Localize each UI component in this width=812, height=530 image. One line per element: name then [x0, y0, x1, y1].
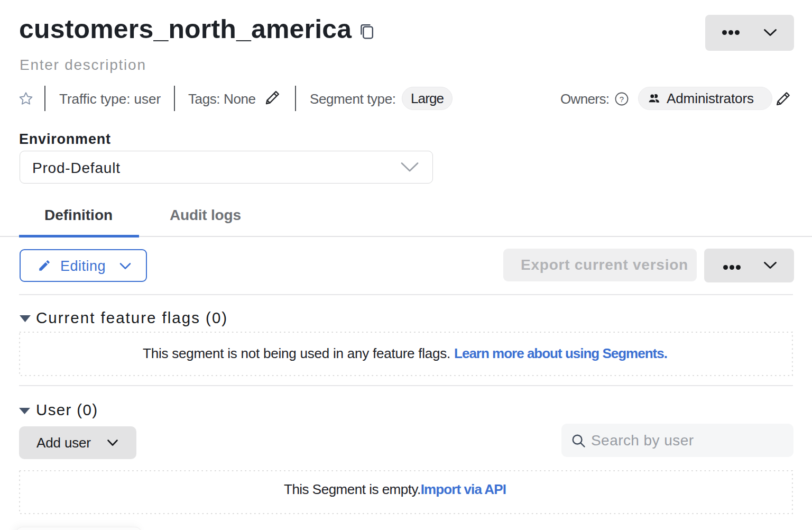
svg-text:?: ? — [620, 95, 624, 104]
